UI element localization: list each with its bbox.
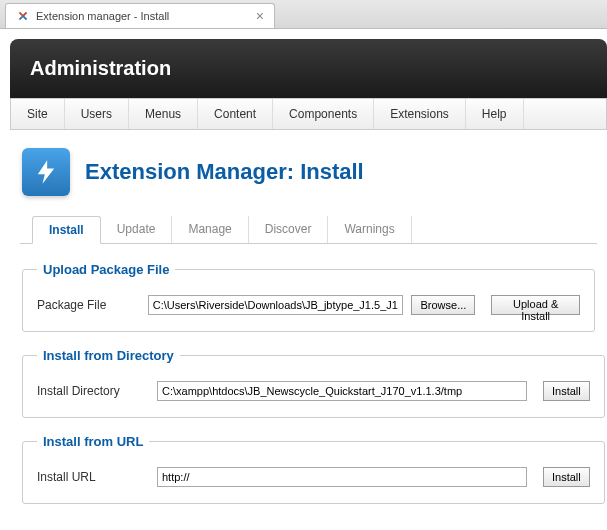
label-install-directory: Install Directory (37, 384, 149, 398)
label-package-file: Package File (37, 298, 140, 312)
fieldset-upload-package: Upload Package File Package File Browse.… (22, 262, 595, 332)
install-url-input[interactable] (157, 467, 527, 487)
legend-install-directory: Install from Directory (37, 348, 180, 363)
page-heading: Extension Manager: Install (10, 130, 607, 216)
close-icon[interactable]: × (256, 8, 264, 24)
menu-menus[interactable]: Menus (129, 99, 198, 129)
subtabs: Install Update Manage Discover Warnings (20, 216, 597, 244)
admin-title: Administration (30, 57, 587, 80)
label-install-url: Install URL (37, 470, 149, 484)
tab-install[interactable]: Install (32, 216, 101, 244)
browse-button[interactable]: Browse... (411, 295, 475, 315)
menu-users[interactable]: Users (65, 99, 129, 129)
tab-warnings[interactable]: Warnings (328, 216, 411, 243)
fieldset-install-directory: Install from Directory Install Directory… (22, 348, 605, 418)
browser-tab-title: Extension manager - Install (36, 10, 169, 22)
legend-install-url: Install from URL (37, 434, 149, 449)
joomla-favicon (16, 9, 30, 23)
install-directory-input[interactable] (157, 381, 527, 401)
upload-install-button[interactable]: Upload & Install (491, 295, 580, 315)
install-dir-button[interactable]: Install (543, 381, 590, 401)
fieldset-install-url: Install from URL Install URL Install (22, 434, 605, 504)
menu-components[interactable]: Components (273, 99, 374, 129)
admin-header: Administration (10, 39, 607, 98)
legend-upload-package: Upload Package File (37, 262, 175, 277)
tab-update[interactable]: Update (101, 216, 173, 243)
page-title: Extension Manager: Install (85, 159, 364, 185)
browser-tab[interactable]: Extension manager - Install × (5, 3, 275, 28)
browser-tab-bar: Extension manager - Install × (0, 0, 607, 29)
install-icon (22, 148, 70, 196)
menu-content[interactable]: Content (198, 99, 273, 129)
menubar: Site Users Menus Content Components Exte… (10, 98, 607, 130)
package-file-input[interactable] (148, 295, 404, 315)
menu-extensions[interactable]: Extensions (374, 99, 466, 129)
menu-help[interactable]: Help (466, 99, 524, 129)
install-url-button[interactable]: Install (543, 467, 590, 487)
menu-site[interactable]: Site (11, 99, 65, 129)
tab-discover[interactable]: Discover (249, 216, 329, 243)
tab-manage[interactable]: Manage (172, 216, 248, 243)
